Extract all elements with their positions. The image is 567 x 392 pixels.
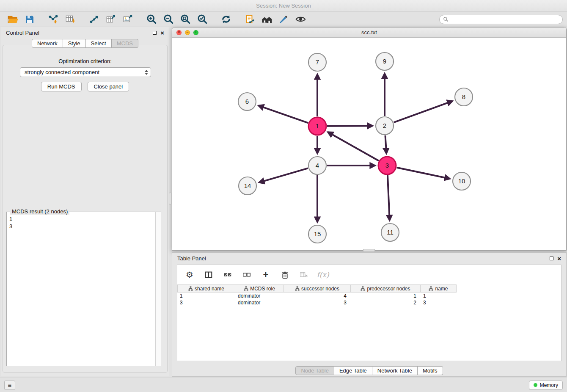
float-panel-icon[interactable] xyxy=(153,31,157,35)
criterion-dropdown[interactable]: strongly connected component xyxy=(20,67,151,77)
table-panel-title: Table Panel xyxy=(177,255,206,262)
column-sort-icon xyxy=(295,286,300,291)
export-network-button[interactable] xyxy=(85,13,102,26)
zoom-in-button[interactable] xyxy=(143,13,160,26)
tab-network[interactable]: Network xyxy=(32,39,63,48)
graph-edge-4-14[interactable] xyxy=(259,168,308,182)
tab-style[interactable]: Style xyxy=(63,39,86,48)
search-box[interactable] xyxy=(439,15,563,24)
zoom-out-button[interactable] xyxy=(160,13,177,26)
mcds-result-list[interactable]: 13 xyxy=(7,214,155,366)
open-folder-icon xyxy=(7,14,19,25)
tab-mcds[interactable]: MCDS xyxy=(112,39,138,48)
table-row[interactable]: 1dominator411 xyxy=(177,293,561,299)
maximize-window-icon[interactable]: + xyxy=(193,30,198,35)
graph-edge-3-10[interactable] xyxy=(397,168,450,179)
mcds-pane: Optimization criterion: strongly connect… xyxy=(3,45,168,373)
export-table-button[interactable] xyxy=(102,13,119,26)
graph-node-9[interactable]: 9 xyxy=(376,52,394,70)
result-item[interactable]: 3 xyxy=(9,223,155,230)
function-builder-button[interactable]: f(x) xyxy=(317,269,329,281)
table-tab-motifs[interactable]: Motifs xyxy=(418,366,443,375)
column-header-successor-nodes[interactable]: successor nodes xyxy=(284,284,351,293)
select-all-rows-button[interactable] xyxy=(221,269,234,281)
graph-edge-3-11[interactable] xyxy=(388,175,390,220)
search-input[interactable] xyxy=(451,17,559,22)
column-header-name[interactable]: name xyxy=(421,284,457,293)
table-tab-edge-table[interactable]: Edge Table xyxy=(334,366,372,375)
column-header-MCDS-role[interactable]: MCDS role xyxy=(235,284,284,293)
deselect-all-rows-button[interactable] xyxy=(240,269,253,281)
minimize-window-icon[interactable]: − xyxy=(185,30,190,35)
svg-text:9: 9 xyxy=(383,58,386,65)
float-table-panel-icon[interactable] xyxy=(550,257,553,260)
svg-text:14: 14 xyxy=(244,182,251,189)
dropdown-arrows-icon xyxy=(145,70,148,75)
graph-edge-2-3[interactable] xyxy=(385,135,386,153)
search-icon xyxy=(443,17,449,22)
save-session-button[interactable] xyxy=(21,13,38,26)
graph-edge-1-6[interactable] xyxy=(259,106,308,123)
run-mcds-button[interactable]: Run MCDS xyxy=(41,82,82,91)
open-session-button[interactable] xyxy=(4,13,21,26)
add-column-button[interactable]: + xyxy=(259,269,272,281)
table-row[interactable]: 3dominator323 xyxy=(177,299,561,306)
import-table-button[interactable] xyxy=(62,13,79,26)
close-table-panel-icon[interactable]: × xyxy=(557,255,561,262)
window-titlebar[interactable]: Session: New Session xyxy=(0,0,567,12)
network-graph[interactable]: 1234678910111415 xyxy=(172,38,566,251)
close-window-icon[interactable]: × xyxy=(176,30,182,35)
cell-MCDS-role: dominator xyxy=(235,293,284,299)
graph-node-15[interactable]: 15 xyxy=(308,225,326,243)
graph-node-1[interactable]: 1 xyxy=(308,117,326,135)
network-window: × − + scc.txt 1234678910111415 xyxy=(172,27,567,251)
graph-node-3[interactable]: 3 xyxy=(378,157,396,174)
close-panel-button[interactable]: Close panel xyxy=(88,82,129,91)
main-toolbar xyxy=(0,12,567,27)
table-settings-button[interactable]: ⚙ xyxy=(183,269,196,281)
apply-style-button[interactable] xyxy=(275,13,292,26)
vertical-splitter-handle[interactable] xyxy=(169,193,172,204)
graph-node-11[interactable]: 11 xyxy=(381,224,399,241)
graph-edge-2-8[interactable] xyxy=(394,101,452,122)
delete-table-button[interactable] xyxy=(297,269,310,281)
table-tab-node-table[interactable]: Node Table xyxy=(295,366,334,375)
import-network-button[interactable] xyxy=(45,13,62,26)
eye-icon xyxy=(295,14,306,25)
zoom-fit-button[interactable] xyxy=(177,13,194,26)
graph-node-4[interactable]: 4 xyxy=(308,157,326,174)
column-header-shared-name[interactable]: shared name xyxy=(177,284,235,293)
svg-text:1: 1 xyxy=(316,122,319,130)
tab-select[interactable]: Select xyxy=(86,39,112,48)
graph-node-7[interactable]: 7 xyxy=(308,53,326,71)
graph-edge-3-1[interactable] xyxy=(328,132,379,160)
style-brush-icon xyxy=(278,14,289,25)
network-window-titlebar[interactable]: × − + scc.txt xyxy=(172,28,566,38)
control-panel: Control Panel × NetworkStyleSelectMCDS O… xyxy=(1,27,169,376)
graph-node-8[interactable]: 8 xyxy=(455,88,473,106)
horizontal-splitter-handle[interactable] xyxy=(363,249,375,252)
clone-network-button[interactable] xyxy=(241,13,258,26)
network-window-title: scc.txt xyxy=(361,29,377,36)
table-tab-network-table[interactable]: Network Table xyxy=(372,366,418,375)
column-header-predecessor-nodes[interactable]: predecessor nodes xyxy=(351,284,421,293)
column-visibility-button[interactable] xyxy=(202,269,215,281)
graph-node-10[interactable]: 10 xyxy=(453,172,471,190)
graph-node-2[interactable]: 2 xyxy=(376,117,394,135)
zoom-selected-button[interactable] xyxy=(194,13,211,26)
apply-layout-button[interactable] xyxy=(217,13,234,26)
memory-button[interactable]: Memory xyxy=(529,381,563,390)
close-panel-icon[interactable]: × xyxy=(160,30,164,36)
graph-edge-1-2[interactable] xyxy=(327,126,372,126)
delete-column-button[interactable] xyxy=(278,269,291,281)
show-panels-button[interactable]: ≡ xyxy=(4,381,15,390)
export-image-button[interactable] xyxy=(119,13,136,26)
zoom-selected-icon xyxy=(197,14,208,25)
graph-node-6[interactable]: 6 xyxy=(238,93,256,110)
result-scrollbar[interactable] xyxy=(155,212,161,366)
home-button[interactable] xyxy=(258,13,275,26)
result-item[interactable]: 1 xyxy=(9,215,155,223)
svg-text:15: 15 xyxy=(314,230,321,237)
graph-node-14[interactable]: 14 xyxy=(239,177,256,195)
toggle-details-button[interactable] xyxy=(292,13,309,26)
